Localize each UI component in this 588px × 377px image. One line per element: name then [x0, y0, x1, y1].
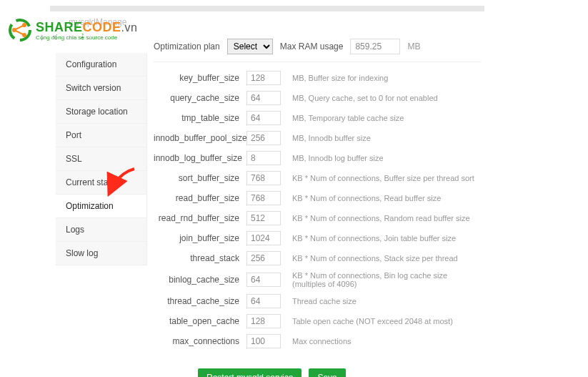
setting-input-read_buffer_size[interactable] [246, 191, 281, 205]
setting-input-max_connections[interactable] [246, 334, 281, 348]
logo-text-vn: .vn [121, 21, 138, 34]
setting-input-innodb_log_buffer_size[interactable] [246, 151, 281, 165]
setting-label-innodb_buffer_pool_size: innodb_buffer_pool_size [154, 133, 239, 143]
setting-label-read_buffer_size: read_buffer_size [154, 193, 239, 203]
setting-label-max_connections: max_connections [154, 336, 239, 346]
save-button[interactable]: Save [309, 368, 345, 377]
settings-grid: key_buffer_sizeMB, Buffer size for index… [154, 71, 481, 348]
setting-input-thread_stack[interactable] [246, 251, 281, 265]
plan-select[interactable]: Select [227, 39, 273, 54]
sidebar-item-current-status[interactable]: Current status [56, 171, 146, 195]
setting-label-sort_buffer_size: sort_buffer_size [154, 173, 239, 183]
setting-hint-max_connections: Max connections [292, 337, 481, 346]
main-content: Optimization plan Select Max RAM usage M… [154, 31, 481, 363]
setting-input-binlog_cache_size[interactable] [246, 273, 281, 287]
setting-input-key_buffer_size[interactable] [246, 71, 281, 85]
max-ram-label: Max RAM usage [280, 41, 344, 52]
setting-input-sort_buffer_size[interactable] [246, 171, 281, 185]
sidebar-item-logs[interactable]: Logs [56, 218, 146, 242]
setting-label-join_buffer_size: join_buffer_size [154, 233, 239, 243]
setting-hint-innodb_buffer_pool_size: MB, Innodb buffer size [292, 134, 481, 142]
setting-hint-sort_buffer_size: KB * Num of connections, Buffer size per… [292, 174, 481, 182]
logo-text-code: CODE [83, 20, 121, 34]
sidebar-item-switch-version[interactable]: Switch version [56, 77, 146, 100]
max-ram-unit: MB [407, 41, 420, 52]
sidebar-item-storage-location[interactable]: Storage location [56, 100, 146, 124]
setting-input-query_cache_size[interactable] [246, 91, 281, 105]
sidebar-item-ssl[interactable]: SSL [56, 147, 146, 171]
setting-hint-tmp_table_size: MB, Temporary table cache size [292, 114, 481, 122]
setting-hint-read_rnd_buffer_size: KB * Num of connections, Random read buf… [292, 214, 481, 222]
setting-hint-innodb_log_buffer_size: MB, Innodb log buffer size [292, 154, 481, 162]
setting-input-table_open_cache[interactable] [246, 314, 281, 328]
svg-line-4 [14, 25, 24, 30]
sidebar-item-configuration[interactable]: Configuration [56, 53, 146, 77]
setting-hint-join_buffer_size: KB * Num of connections, Join table buff… [292, 234, 481, 243]
setting-hint-thread_stack: KB * Num of connections, Stack size per … [292, 254, 481, 263]
setting-input-thread_cache_size[interactable] [246, 294, 281, 308]
setting-label-query_cache_size: query_cache_size [154, 93, 239, 103]
setting-label-thread_stack: thread_stack [154, 253, 239, 263]
sidebar-item-optimization[interactable]: Optimization [56, 195, 146, 218]
setting-label-table_open_cache: table_open_cache [154, 316, 239, 326]
sharecode-logo-icon [7, 17, 33, 43]
setting-input-read_rnd_buffer_size[interactable] [246, 211, 281, 225]
setting-label-thread_cache_size: thread_cache_size [154, 296, 239, 306]
sidebar-item-slow-log[interactable]: Slow log [56, 242, 146, 265]
setting-label-read_rnd_buffer_size: read_rnd_buffer_size [154, 213, 239, 223]
max-ram-input[interactable] [350, 39, 400, 54]
restart-mysqld-button[interactable]: Restart mysqld service [198, 368, 302, 377]
setting-input-tmp_table_size[interactable] [246, 111, 281, 125]
setting-hint-read_buffer_size: KB * Num of connections, Read buffer siz… [292, 194, 481, 202]
setting-label-innodb_log_buffer_size: innodb_log_buffer_size [154, 153, 239, 163]
action-buttons: Restart mysqld service Save [198, 368, 481, 377]
sidebar-item-port[interactable]: Port [56, 124, 146, 147]
logo-tagline: Cộng đồng chia sẻ source code [36, 34, 137, 41]
svg-line-5 [14, 30, 24, 35]
top-bar [50, 6, 484, 11]
setting-hint-thread_cache_size: Thread cache size [292, 297, 481, 305]
setting-label-key_buffer_size: key_buffer_size [154, 73, 239, 83]
setting-label-tmp_table_size: tmp_table_size [154, 113, 239, 123]
setting-input-join_buffer_size[interactable] [246, 231, 281, 245]
setting-hint-table_open_cache: Table open cache (NOT exceed 2048 at mos… [292, 317, 481, 325]
setting-label-binlog_cache_size: binlog_cache_size [154, 275, 239, 285]
logo-text-share: SHARE [36, 20, 83, 34]
site-logo: SHARECODE.vn Cộng đồng chia sẻ source co… [7, 17, 137, 43]
setting-input-innodb_buffer_pool_size[interactable] [246, 131, 281, 145]
setting-hint-binlog_cache_size: KB * Num of connections, Bin log cache s… [292, 271, 481, 288]
setting-hint-query_cache_size: MB, Query cache, set to 0 for not enable… [292, 94, 481, 102]
setting-hint-key_buffer_size: MB, Buffer size for indexing [292, 74, 481, 82]
plan-label: Optimization plan [154, 41, 220, 52]
sidebar: ConfigurationSwitch versionStorage locat… [56, 53, 147, 265]
plan-row: Optimization plan Select Max RAM usage M… [154, 31, 481, 62]
